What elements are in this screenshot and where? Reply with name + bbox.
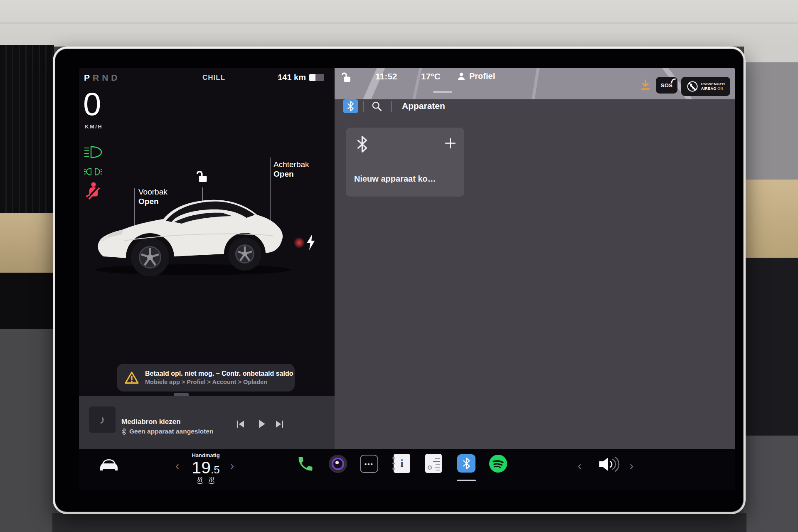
music-note-icon: ♪ <box>99 413 105 426</box>
volume-up-chevron[interactable]: › <box>630 461 633 472</box>
new-device-card[interactable]: Nieuw apparaat ko… <box>346 128 464 197</box>
previous-track-button[interactable] <box>236 420 245 429</box>
airbag-line2: AIRBAG ON <box>701 86 725 91</box>
new-device-label: Nieuw apparaat ko… <box>354 174 436 184</box>
battery-tip <box>278 75 279 78</box>
alert-texts: Betaald opl. niet mog. – Contr. onbetaal… <box>145 369 293 386</box>
spiral-tab <box>392 468 395 470</box>
media-drag-handle[interactable] <box>174 393 189 396</box>
panel-drag-handle[interactable] <box>433 91 452 93</box>
bluetooth-tab[interactable] <box>343 99 358 113</box>
sos-badge[interactable]: SOS <box>656 77 677 94</box>
temp-decrease-chevron[interactable]: ‹ <box>175 461 179 472</box>
panel-title: Apparaten <box>402 101 445 111</box>
spiral-tab <box>392 457 395 459</box>
profile-menu[interactable]: Profiel <box>469 71 495 81</box>
display-content: PRND CHILL 141 km 0 KM/H Voorbak Open <box>79 68 735 490</box>
env-right-wood-trim <box>744 180 798 259</box>
env-left-dash <box>0 273 54 331</box>
radio-needle <box>433 461 440 462</box>
defrost-indicators <box>181 476 231 484</box>
passenger-airbag-indicator: PASSENGER AIRBAG ON <box>681 77 730 96</box>
gear-p[interactable]: P <box>84 73 93 82</box>
header-divider <box>363 101 364 112</box>
parking-lights-icon <box>84 167 102 176</box>
software-download-icon[interactable] <box>638 79 653 91</box>
airbag-off-icon <box>687 81 698 92</box>
battery-icon <box>309 74 324 81</box>
media-subtitle: Geen apparaat aangesloten <box>129 428 213 435</box>
front-defrost-icon <box>196 476 204 484</box>
trunk-label: Achterbak <box>273 160 309 169</box>
radio-tick <box>436 470 440 470</box>
spiral-tab <box>392 463 395 464</box>
gear-n[interactable]: N <box>102 73 111 82</box>
background-wall-seam <box>0 22 798 24</box>
warning-triangle-icon <box>124 371 139 385</box>
env-left-pillar <box>0 45 54 215</box>
active-app-indicator <box>457 480 476 481</box>
header-divider <box>391 101 392 112</box>
alert-title: Betaald opl. niet mog. – Contr. onbetaal… <box>145 369 293 378</box>
profile-icon <box>456 71 466 81</box>
ellipsis-icon: ••• <box>365 461 374 468</box>
bluetooth-icon <box>347 101 354 111</box>
airbag-line1: PASSENGER <box>701 82 725 86</box>
headlights-on-icon <box>84 146 103 158</box>
radio-app-icon[interactable] <box>425 454 442 473</box>
clock: 11:52 <box>375 71 397 81</box>
climate-temperature[interactable]: 19.5 <box>181 458 231 478</box>
search-icon[interactable] <box>371 101 382 112</box>
car-controls-icon[interactable] <box>98 456 120 472</box>
alert-subtitle: Mobiele app > Profiel > Account > Oplade… <box>145 378 293 386</box>
media-source-title[interactable]: Mediabron kiezen <box>121 418 181 426</box>
drive-mode-label: CHILL <box>202 74 225 82</box>
airbag-text: PASSENGER AIRBAG ON <box>701 82 725 91</box>
env-right-floor <box>744 436 798 532</box>
radio-tick <box>436 464 440 465</box>
range-value: 141 km <box>278 73 306 82</box>
play-button[interactable] <box>258 419 266 429</box>
env-left-floor <box>0 329 54 532</box>
env-left-wood-trim <box>0 213 54 274</box>
manual-info-glyph: i <box>394 454 410 473</box>
volume-down-chevron[interactable]: ‹ <box>578 461 581 472</box>
radio-tick <box>435 467 440 468</box>
rear-defrost-icon <box>208 476 215 484</box>
airbag-status: ON <box>717 86 723 91</box>
gear-r[interactable]: R <box>93 73 102 82</box>
right-panel: 11:52 17°C Profiel SOS PASSENGER AIRBAG … <box>335 68 735 449</box>
lock-open-status-icon[interactable] <box>341 72 351 83</box>
outside-temperature[interactable]: 17°C <box>421 71 441 81</box>
temp-increase-chevron[interactable]: › <box>230 461 234 472</box>
radio-dial <box>428 466 432 470</box>
dashcam-app-icon[interactable] <box>329 455 347 473</box>
radio-tick <box>435 458 440 459</box>
more-apps-button[interactable]: ••• <box>360 455 378 473</box>
volume-speaker-icon[interactable] <box>598 456 620 473</box>
gear-d[interactable]: D <box>111 73 120 82</box>
alert-toast[interactable]: Betaald opl. niet mog. – Contr. onbetaal… <box>117 364 295 392</box>
center-touchscreen: PRND CHILL 141 km 0 KM/H Voorbak Open <box>53 47 746 514</box>
manual-app-icon[interactable]: i <box>394 454 410 473</box>
media-subtitle-row: Geen apparaat aangesloten <box>121 428 213 435</box>
photo-of-tesla-center-display: { "status_bar": { "time": "11:52", "outs… <box>0 0 798 532</box>
bluetooth-outline-icon <box>357 136 368 153</box>
temp-main: 19 <box>192 458 211 477</box>
env-below-screen <box>52 513 746 532</box>
temp-fraction: .5 <box>211 463 220 476</box>
vehicle-visualization <box>89 175 301 277</box>
instrument-cluster: PRND CHILL 141 km 0 KM/H Voorbak Open <box>79 68 335 449</box>
charge-bolt-icon[interactable] <box>306 234 316 251</box>
phone-app-icon[interactable] <box>296 455 315 473</box>
gear-selector-display[interactable]: PRND <box>84 73 121 83</box>
bluetooth-icon <box>463 458 470 469</box>
bluetooth-small-icon <box>121 428 126 435</box>
battery-range[interactable]: 141 km <box>262 73 324 82</box>
album-art-placeholder[interactable]: ♪ <box>89 406 116 433</box>
bluetooth-app-icon[interactable] <box>457 454 475 473</box>
spotify-app-icon[interactable] <box>489 454 507 473</box>
add-device-button[interactable] <box>444 137 457 150</box>
next-track-button[interactable] <box>275 420 284 429</box>
media-player: ♪ Mediabron kiezen Geen apparaat aangesl… <box>79 396 335 449</box>
